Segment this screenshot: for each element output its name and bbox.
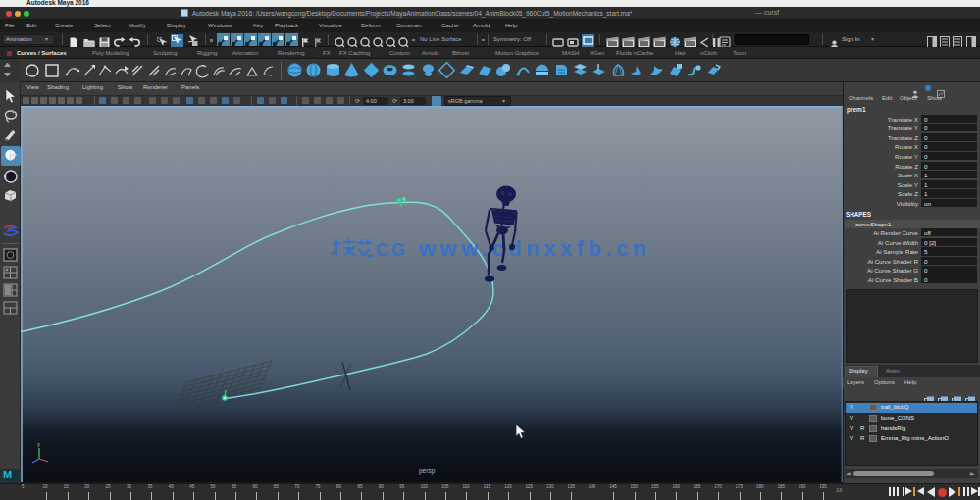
svg-text:y: y: [37, 441, 40, 447]
svg-text:www.cdnxxfb.cn: www.cdnxxfb.cn: [418, 236, 650, 261]
svg-text:persp: persp: [419, 467, 436, 475]
svg-text:CG: CG: [376, 240, 408, 260]
